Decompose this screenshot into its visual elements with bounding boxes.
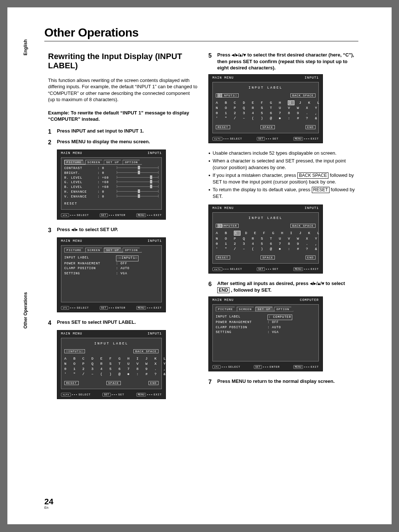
right-column: 5Press ◂/▸/▴/▾ to select the first desir… [208, 52, 358, 406]
osd-screen-setup-computer: MAIN MENUCOMPUTER PICTURE SCREEN SET UP … [208, 296, 323, 371]
osd-screen-setup: MAIN MENUINPUT1 PICTURE SCREEN SET UP OP… [57, 237, 166, 312]
step-6: 6After setting all inputs as desired, pr… [208, 280, 358, 293]
chapter-title: Other Operations [44, 26, 358, 41]
backspace-box: BACK SPACE [297, 172, 328, 178]
page-number: 24 En [44, 497, 53, 509]
intro-text: This function allows rewriting of the sc… [48, 77, 198, 103]
left-column: Rewriting the Input Display (INPUT LABEL… [48, 52, 198, 406]
osd-screen-inputlabel-computer: MAIN MENUINPUT1 INPUT LABEL COMPUTER BAC… [208, 205, 323, 274]
step-3: 3Press ◂/▸ to select SET UP. [48, 226, 198, 234]
bullet-list: Usable characters include 52 types displ… [208, 150, 358, 200]
step-5: 5Press ◂/▸/▴/▾ to select the first desir… [208, 52, 358, 71]
reset-box: RESET [312, 187, 330, 193]
side-section-label: Other Operations [23, 292, 28, 329]
language-tab: English [23, 40, 28, 55]
manual-page: English Other Operations Other Operation… [7, 7, 392, 524]
osd-screen-inputlabel-c: MAIN MENUINPUT1 INPUT LABEL C NPUT1□ BAC… [208, 74, 323, 143]
osd-screen-picture: MAIN MENUINPUT1 PICTURE SCREEN SET UP OP… [57, 150, 166, 220]
step-1: 1Press INPUT and set input to INPUT 1. [48, 128, 198, 136]
example-text: Example: To rewrite the default “INPUT 1… [48, 110, 198, 123]
step-2: 2Press MENU to display the menu screen. [48, 138, 198, 147]
tab-screen: SCREEN [85, 160, 105, 165]
step-4: 4Press SET to select INPUT LABEL. [48, 319, 198, 327]
tab-setup: SET UP [104, 160, 123, 165]
section-title: Rewriting the Input Display (INPUT LABEL… [48, 52, 198, 71]
tab-option: OPTION [123, 160, 142, 165]
step-7: 7Press MENU to return to the normal disp… [208, 378, 358, 386]
osd-screen-inputlabel-initial: MAIN MENUINPUT1 INPUT LABEL □INPUT1□ BAC… [57, 330, 166, 399]
tab-picture: PICTURE [64, 160, 86, 165]
